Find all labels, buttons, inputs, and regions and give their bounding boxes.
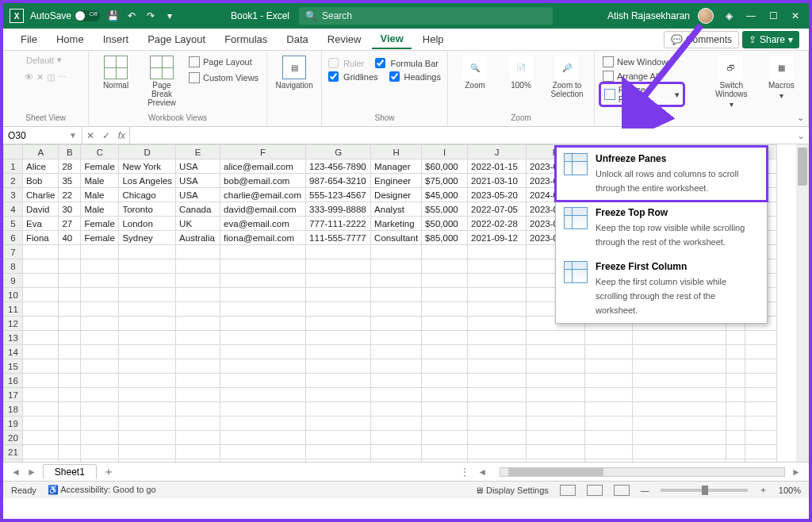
custom-views-button[interactable]: Custom Views <box>187 71 260 84</box>
cell[interactable]: 987-654-3210 <box>306 174 371 188</box>
cell[interactable]: Chicago <box>119 188 176 202</box>
cell[interactable] <box>633 331 726 345</box>
cell[interactable] <box>585 374 633 388</box>
cell[interactable] <box>422 331 468 345</box>
cell[interactable]: $75,000 <box>422 174 468 188</box>
cell[interactable] <box>468 445 527 459</box>
cell[interactable] <box>81 274 119 288</box>
diamond-icon[interactable]: ◈ <box>722 9 736 23</box>
cell[interactable]: 35 <box>59 174 81 188</box>
tab-review[interactable]: Review <box>320 30 370 48</box>
cell[interactable] <box>745 445 777 459</box>
cell[interactable]: 2022-02-28 <box>468 217 527 231</box>
cell[interactable] <box>176 374 220 388</box>
cell[interactable] <box>119 302 176 317</box>
cell[interactable] <box>633 374 726 388</box>
cell[interactable]: UK <box>176 217 220 231</box>
cell[interactable]: New York <box>119 159 176 174</box>
cell[interactable]: $45,000 <box>422 188 468 202</box>
cell[interactable] <box>23 431 59 445</box>
cell[interactable]: Male <box>81 188 119 202</box>
row-header-12[interactable]: 12 <box>4 317 23 331</box>
cell[interactable] <box>745 345 777 359</box>
column-header-G[interactable]: G <box>306 145 371 159</box>
cell[interactable] <box>306 431 371 445</box>
macros-button[interactable]: ▦Macros ▾ <box>761 54 802 102</box>
cell[interactable] <box>59 317 81 331</box>
column-header-H[interactable]: H <box>371 145 422 159</box>
cell[interactable] <box>726 402 745 416</box>
cell[interactable] <box>306 331 371 345</box>
row-header-4[interactable]: 4 <box>4 202 23 217</box>
cell[interactable] <box>119 402 176 416</box>
cell[interactable] <box>220 359 306 374</box>
tab-formulas[interactable]: Formulas <box>216 30 275 48</box>
cell[interactable]: Bob <box>23 174 59 188</box>
cell[interactable] <box>422 402 468 416</box>
vertical-scrollbar[interactable] <box>796 144 809 462</box>
select-all-corner[interactable] <box>4 145 23 159</box>
cell[interactable]: 30 <box>59 202 81 217</box>
row-header-8[interactable]: 8 <box>4 259 23 274</box>
cell[interactable] <box>585 431 633 445</box>
cell[interactable]: 333-999-8888 <box>306 202 371 217</box>
cell[interactable] <box>306 402 371 416</box>
spreadsheet-grid[interactable]: ABCDEFGHIJKLMNQ1Alice28FemaleNew YorkUSA… <box>3 144 809 462</box>
cell[interactable] <box>527 431 585 445</box>
cell[interactable] <box>633 359 726 374</box>
cell[interactable] <box>306 274 371 288</box>
cell[interactable] <box>59 431 81 445</box>
cell[interactable] <box>371 374 422 388</box>
cell[interactable] <box>633 388 726 402</box>
normal-view-button[interactable]: Normal <box>95 54 136 91</box>
cell[interactable] <box>81 245 119 259</box>
add-sheet-button[interactable]: ＋ <box>103 465 114 479</box>
cell[interactable] <box>306 259 371 274</box>
cell[interactable] <box>81 388 119 402</box>
cell[interactable]: Manager <box>371 159 422 174</box>
cell[interactable] <box>220 302 306 317</box>
cell[interactable] <box>585 416 633 431</box>
cell[interactable] <box>81 288 119 302</box>
cell[interactable]: USA <box>176 174 220 188</box>
cell[interactable] <box>585 345 633 359</box>
cell[interactable] <box>726 345 745 359</box>
cell[interactable] <box>59 259 81 274</box>
cell[interactable] <box>468 245 527 259</box>
cell[interactable] <box>119 374 176 388</box>
cell[interactable] <box>176 331 220 345</box>
cell[interactable] <box>726 431 745 445</box>
hscroll-left-icon[interactable]: ◄ <box>477 466 487 478</box>
row-header-18[interactable]: 18 <box>4 402 23 416</box>
cell[interactable]: 27 <box>59 217 81 231</box>
cell[interactable]: USA <box>176 188 220 202</box>
cell[interactable] <box>306 288 371 302</box>
cell[interactable] <box>59 402 81 416</box>
chevron-down-icon[interactable]: ▼ <box>69 131 77 140</box>
row-header-7[interactable]: 7 <box>4 245 23 259</box>
cell[interactable] <box>527 416 585 431</box>
tab-page-layout[interactable]: Page Layout <box>140 30 213 48</box>
cell[interactable]: Sydney <box>119 231 176 245</box>
cell[interactable] <box>81 431 119 445</box>
cell[interactable] <box>745 431 777 445</box>
cell[interactable]: Australia <box>176 231 220 245</box>
cell[interactable] <box>220 288 306 302</box>
cell[interactable] <box>745 416 777 431</box>
page-break-button[interactable]: Page Break Preview <box>141 54 182 109</box>
cell[interactable]: Fiona <box>23 231 59 245</box>
cell[interactable] <box>422 416 468 431</box>
cell[interactable]: 2021-09-12 <box>468 231 527 245</box>
cell[interactable]: Marketing <box>371 217 422 231</box>
cell[interactable] <box>176 416 220 431</box>
cell[interactable] <box>468 331 527 345</box>
cell[interactable] <box>220 274 306 288</box>
hscroll-right-icon[interactable]: ► <box>791 466 801 478</box>
cell[interactable] <box>23 245 59 259</box>
cell[interactable] <box>220 388 306 402</box>
cell[interactable] <box>23 345 59 359</box>
cell[interactable] <box>371 317 422 331</box>
horizontal-scrollbar[interactable] <box>500 467 785 477</box>
cell[interactable] <box>371 345 422 359</box>
cell[interactable] <box>23 359 59 374</box>
